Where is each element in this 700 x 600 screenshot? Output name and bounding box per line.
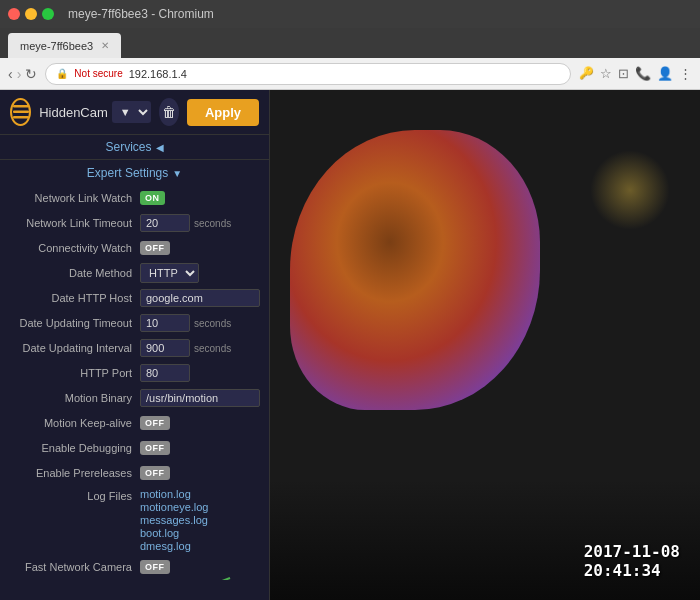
network-link-timeout-control: seconds — [140, 214, 259, 232]
date-http-host-label: Date HTTP Host — [10, 292, 140, 304]
enable-prereleases-control[interactable]: OFF — [140, 466, 259, 480]
svg-rect-1 — [13, 111, 29, 114]
motion-keepalive-label: Motion Keep-alive — [10, 417, 140, 429]
svg-line-3 — [185, 578, 230, 580]
connectivity-watch-control[interactable]: OFF — [140, 241, 259, 255]
network-link-watch-toggle[interactable]: ON — [140, 191, 165, 205]
fast-network-camera-row: Fast Network Camera OFF — [10, 557, 259, 577]
tab-label: meye-7ff6bee3 — [20, 40, 93, 52]
http-port-control[interactable] — [140, 364, 259, 382]
date-updating-timeout-control: seconds — [140, 314, 259, 332]
timestamp-time: 20:41:34 — [584, 561, 680, 580]
lock-icon: 🔒 — [56, 68, 68, 79]
cam-shadow-bottom — [270, 480, 700, 600]
network-link-watch-control[interactable]: ON — [140, 191, 259, 205]
log-files-control: motion.log motioneye.log messages.log bo… — [140, 488, 259, 552]
nav-buttons: ‹ › ↻ — [8, 66, 37, 82]
log-file-motion[interactable]: motion.log — [140, 488, 209, 500]
settings-panel[interactable]: Expert Settings ▼ Network Link Watch ON … — [0, 160, 269, 580]
address-bar: ‹ › ↻ 🔒 Not secure 192.168.1.4 🔑 ☆ ⊡ 📞 👤… — [0, 58, 700, 90]
log-file-messages[interactable]: messages.log — [140, 514, 209, 526]
network-link-timeout-label: Network Link Timeout — [10, 217, 140, 229]
browser-chrome: meye-7ff6bee3 - Chromium meye-7ff6bee3 ✕… — [0, 0, 700, 90]
tab-close-icon[interactable]: ✕ — [101, 40, 109, 51]
log-file-motioneye[interactable]: motioneye.log — [140, 501, 209, 513]
date-method-label: Date Method — [10, 267, 140, 279]
motion-keepalive-row: Motion Keep-alive OFF — [10, 413, 259, 433]
url-text: 192.168.1.4 — [129, 68, 187, 80]
enable-debugging-label: Enable Debugging — [10, 442, 140, 454]
date-updating-timeout-row: Date Updating Timeout seconds — [10, 313, 259, 333]
connectivity-watch-label: Connectivity Watch — [10, 242, 140, 254]
cam-balloon — [290, 130, 540, 410]
date-http-host-control[interactable] — [140, 289, 260, 307]
enable-debugging-row: Enable Debugging OFF — [10, 438, 259, 458]
fast-network-camera-control[interactable]: OFF — [140, 560, 259, 574]
camera-scene — [270, 90, 700, 600]
svg-rect-2 — [13, 116, 29, 119]
date-updating-interval-control: seconds — [140, 339, 259, 357]
motion-binary-control[interactable] — [140, 389, 260, 407]
enable-debugging-control[interactable]: OFF — [140, 441, 259, 455]
expert-settings-label: Expert Settings — [87, 166, 168, 180]
updating-timeout-unit-label: seconds — [194, 318, 231, 329]
star-icon[interactable]: ☆ — [600, 66, 612, 81]
close-button[interactable] — [8, 8, 20, 20]
expert-settings-header: Expert Settings ▼ — [10, 166, 259, 180]
date-updating-interval-input[interactable] — [140, 339, 190, 357]
minimize-button[interactable] — [25, 8, 37, 20]
extension-icon: ⊡ — [618, 66, 629, 81]
services-bar[interactable]: Services ◀ — [0, 135, 269, 160]
cam-dropdown[interactable]: ▼ — [112, 101, 151, 123]
network-link-timeout-input[interactable] — [140, 214, 190, 232]
date-method-select[interactable]: HTTP — [140, 263, 199, 283]
refresh-button[interactable]: ↻ — [25, 66, 37, 82]
back-button[interactable]: ‹ — [8, 66, 13, 82]
motion-keepalive-toggle[interactable]: OFF — [140, 416, 170, 430]
log-file-boot[interactable]: boot.log — [140, 527, 209, 539]
cam-light — [590, 150, 670, 230]
browser-toolbar: 🔑 ☆ ⊡ 📞 👤 ⋮ — [579, 66, 692, 81]
delete-button[interactable]: 🗑 — [159, 98, 179, 126]
motion-binary-input[interactable] — [140, 389, 260, 407]
connectivity-watch-row: Connectivity Watch OFF — [10, 238, 259, 258]
left-panel: HiddenCam ▼ 🗑 Apply Services ◀ Expert Se… — [0, 90, 270, 600]
menu-icon[interactable] — [10, 98, 31, 126]
services-label: Services — [105, 140, 151, 154]
motion-keepalive-control[interactable]: OFF — [140, 416, 259, 430]
http-port-label: HTTP Port — [10, 367, 140, 379]
fast-network-camera-toggle[interactable]: OFF — [140, 560, 170, 574]
date-updating-timeout-input[interactable] — [140, 314, 190, 332]
cam-name-label: HiddenCam — [39, 105, 108, 120]
menu-icon[interactable]: ⋮ — [679, 66, 692, 81]
date-method-control[interactable]: HTTP — [140, 263, 259, 283]
date-http-host-input[interactable] — [140, 289, 260, 307]
expert-settings-section: Expert Settings ▼ Network Link Watch ON … — [0, 160, 269, 580]
traffic-lights — [8, 8, 54, 20]
date-updating-interval-row: Date Updating Interval seconds — [10, 338, 259, 358]
connectivity-watch-toggle[interactable]: OFF — [140, 241, 170, 255]
timestamp-date: 2017-11-08 — [584, 542, 680, 561]
browser-tab[interactable]: meye-7ff6bee3 ✕ — [8, 33, 121, 58]
log-files-row: Log Files motion.log motioneye.log messa… — [10, 488, 259, 552]
apply-button[interactable]: Apply — [187, 99, 259, 126]
interval-unit-label: seconds — [194, 343, 231, 354]
date-http-host-row: Date HTTP Host — [10, 288, 259, 308]
forward-button[interactable]: › — [17, 66, 22, 82]
enable-prereleases-toggle[interactable]: OFF — [140, 466, 170, 480]
chevron-down-icon: ▼ — [172, 168, 182, 179]
address-input[interactable]: 🔒 Not secure 192.168.1.4 — [45, 63, 571, 85]
phone-icon: 📞 — [635, 66, 651, 81]
network-link-watch-row: Network Link Watch ON — [10, 188, 259, 208]
window-title: meye-7ff6bee3 - Chromium — [68, 7, 214, 21]
cam-selector[interactable]: HiddenCam ▼ — [39, 101, 151, 123]
log-file-dmesg[interactable]: dmesg.log — [140, 540, 209, 552]
http-port-input[interactable] — [140, 364, 190, 382]
network-link-timeout-row: Network Link Timeout seconds — [10, 213, 259, 233]
maximize-button[interactable] — [42, 8, 54, 20]
enable-prereleases-row: Enable Prereleases OFF — [10, 463, 259, 483]
enable-debugging-toggle[interactable]: OFF — [140, 441, 170, 455]
url-prefix: Not secure — [74, 68, 122, 79]
panel-header: HiddenCam ▼ 🗑 Apply — [0, 90, 269, 135]
http-port-row: HTTP Port — [10, 363, 259, 383]
